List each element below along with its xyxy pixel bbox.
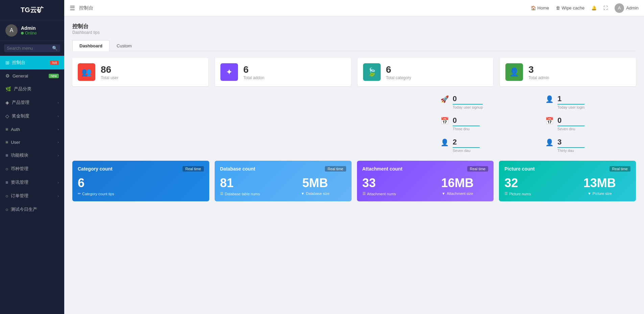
content: 控制台 Dashboard tips DashboardCustom 👥 86 … [64,16,644,208]
search-input[interactable] [7,46,52,51]
user-info: Admin Online [21,25,37,36]
count-value-category-count: 6 [78,176,204,190]
nav-badge-general: new [49,74,59,78]
page-title: 控制台 [72,23,636,30]
activity-label-today-login: Today user login [557,105,585,109]
nav-item-left-general: ⚙ General [5,73,28,78]
nav-item-left-product-cat: 🌿 产品分类 [5,86,31,92]
activity-item-seven-dau: 👤 2 Seven dau [440,138,531,153]
topbar-left: ☰ 控制台 [70,4,93,12]
nav-label-auth: Auth [11,127,20,132]
stat-card-total-admin: 👤 3 Total admin [500,58,636,86]
count-sub-category-count: ✏ Category count tips [78,192,204,196]
topbar: ☰ 控制台 🏠 Home 🗑 Wipe cache 🔔 ⛶ A Admin [64,0,644,16]
nav-label-user: User [11,140,20,145]
count-sub-label-sec-picture-count: Picture size [593,192,612,196]
nav-label-test: 测试今日生产 [11,206,37,212]
sidebar-item-func-module[interactable]: ≡ 功能模块 › [0,149,64,162]
count-value-main-database-count: 81 [220,176,282,190]
admin-menu[interactable]: A Admin [615,3,639,13]
nav-item-left-dashboard: ⊞ 控制台 [5,60,25,66]
sidebar-item-dashboard[interactable]: ⊞ 控制台 hot [0,56,64,69]
nav-label-reward: 奖金制度 [12,113,29,119]
activity-icon-three-dnu: 📅 [440,116,449,126]
count-value-sec-picture-count: 13MB [569,176,630,190]
count-body-picture-count: 32 ☰ Picture nums 13MB ▼ Picture size [504,176,630,196]
nav-label-general: General [13,73,28,78]
home-link[interactable]: 🏠 Home [531,5,549,10]
nav-arrow-user: › [57,140,59,144]
sidebar-item-general[interactable]: ⚙ General new [0,69,64,82]
count-sub-label-category-count: Category count tips [82,192,114,196]
sidebar-item-test[interactable]: ○ 测试今日生产 [0,203,64,216]
menu-toggle-icon[interactable]: ☰ [70,4,75,12]
nav-label-currency: 币种管理 [11,166,28,172]
activity-item-three-dnu: 📅 0 Three dnu [440,116,531,131]
sidebar-item-currency[interactable]: ○ 币种管理 [0,162,64,176]
stat-label-total-category: Total category [386,75,411,80]
count-sub-icon-main-picture-count: ☰ [504,192,508,196]
stat-icon-total-user: 👥 [78,63,95,81]
sidebar-item-product-mgmt[interactable]: ◈ 产品管理 › [0,96,64,109]
sidebar-item-news[interactable]: ≡ 资讯管理 › [0,176,64,189]
activity-data-three-dnu: 0 Three dnu [453,116,480,131]
sidebar-item-order[interactable]: ○ 订单管理 › [0,189,64,203]
nav-icon-order: ○ [5,193,8,199]
stat-card-total-user: 👥 86 Total user [72,58,208,86]
notification-icon[interactable]: 🔔 [591,5,597,10]
nav-item-left-test: ○ 测试今日生产 [5,206,37,212]
user-status: Online [21,31,37,36]
activity-number-thirty-dau: 3 [557,138,585,148]
sidebar-item-user[interactable]: ≡ User › [0,136,64,149]
expand-icon: ⛶ [603,5,608,10]
fullscreen-icon[interactable]: ⛶ [603,5,608,10]
activity-label-three-dnu: Three dnu [453,127,480,131]
realtime-badge-attachment-count: Real time [467,166,488,172]
count-sub-icon-category-count: ✏ [78,192,81,196]
activity-icon-today-login: 👤 [545,94,554,104]
sidebar-item-product-cat[interactable]: 🌿 产品分类 [0,82,64,96]
nav-label-product-cat: 产品分类 [14,86,31,92]
nav-icon-dashboard: ⊞ [5,60,9,65]
sidebar-item-reward[interactable]: ◇ 奖金制度 › [0,109,64,123]
wipe-cache-icon: 🗑 [556,5,560,10]
nav-icon-func-module: ≡ [5,153,8,158]
activity-label-today-signup: Today user signup [453,105,483,109]
nav-label-news: 资讯管理 [11,179,28,185]
count-sub-main-attachment-count: ☰ Attachment nums [362,192,424,196]
stat-card-total-addon: ✦ 6 Total addon [215,58,351,86]
activity-number-today-signup: 0 [453,94,483,105]
nav-badge-dashboard: hot [50,61,59,65]
tab-custom[interactable]: Custom [110,40,139,51]
nav-item-left-product-mgmt: ◈ 产品管理 [5,99,29,106]
sidebar-item-auth[interactable]: ≡ Auth › [0,123,64,136]
wipe-cache-button[interactable]: 🗑 Wipe cache [556,5,585,10]
nav-arrow-order: › [57,194,59,198]
topbar-right: 🏠 Home 🗑 Wipe cache 🔔 ⛶ A Admin [531,3,639,13]
count-sub-icon-sec-attachment-count: ▼ [442,192,445,196]
count-sub-main-picture-count: ☰ Picture nums [504,192,566,196]
stat-icon-total-admin: 👤 [505,63,523,81]
count-sub-sec-database-count: ▼ Database size [284,192,346,196]
nav-item-left-reward: ◇ 奖金制度 [5,113,29,119]
stat-info-total-category: 6 Total category [386,64,411,80]
activity-number-seven-dnu: 0 [557,116,585,126]
count-sub-main-database-count: ☰ Database table nums [220,192,282,196]
stat-cards: 👥 86 Total user ✦ 6 Total addon 🍃 6 Tota… [72,58,636,86]
count-body-attachment-count: 33 ☰ Attachment nums 16MB ▼ Attachment s… [362,176,488,196]
user-name: Admin [21,25,37,31]
stat-card-total-category: 🍃 6 Total category [358,58,494,86]
count-card-attachment-count: Attachment count Real time 33 ☰ Attachme… [357,161,494,201]
stat-label-total-addon: Total addon [243,75,264,80]
count-sub-label-main-attachment-count: Attachment nums [367,192,396,196]
realtime-badge-picture-count: Real time [610,166,630,172]
nav-arrow-auth: › [57,127,59,131]
activity-item-seven-dnu: 📅 0 Seven dnu [545,116,636,131]
count-sub-label-main-picture-count: Picture nums [509,192,531,196]
tab-dashboard[interactable]: Dashboard [72,40,110,51]
sidebar: TG云矿 A Admin Online 🔍 ⊞ 控制台 hot ⚙ Genera… [0,0,64,314]
activity-data-thirty-dau: 3 Thirty dau [557,138,585,153]
stat-label-total-admin: Total admin [528,75,549,80]
nav-item-left-user: ≡ User [5,139,20,145]
nav-label-order: 订单管理 [11,193,28,199]
